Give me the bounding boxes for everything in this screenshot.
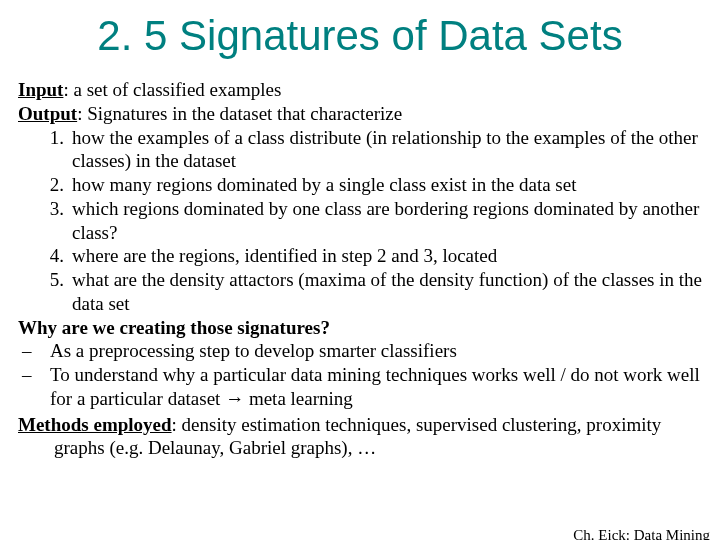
methods-label: Methods employed: [18, 414, 172, 435]
list-number: 2.: [18, 173, 72, 197]
list-item: 1. how the examples of a class distribut…: [18, 126, 702, 174]
input-label: Input: [18, 78, 63, 102]
list-text: how many regions dominated by a single c…: [72, 173, 702, 197]
output-line: Output : Signatures in the dataset that …: [18, 102, 702, 126]
list-number: 1.: [18, 126, 72, 174]
output-label: Output: [18, 102, 77, 126]
output-text: : Signatures in the dataset that charact…: [77, 102, 402, 126]
slide: 2. 5 Signatures of Data Sets Input : a s…: [0, 12, 720, 540]
arrow-icon: →: [225, 388, 244, 409]
why2-part-b: meta learning: [244, 388, 353, 409]
dash-list: – As a preprocessing step to develop sma…: [18, 339, 702, 410]
list-text: how the examples of a class distribute (…: [72, 126, 702, 174]
methods-line: Methods employed: density estimation tec…: [18, 413, 702, 461]
list-item: 5. what are the density attactors (maxim…: [18, 268, 702, 316]
list-text: what are the density attactors (maxima o…: [72, 268, 702, 316]
list-item: 3. which regions dominated by one class …: [18, 197, 702, 245]
list-text: As a preprocessing step to develop smart…: [50, 339, 702, 363]
numbered-list: 1. how the examples of a class distribut…: [18, 126, 702, 316]
list-number: 4.: [18, 244, 72, 268]
list-item: – To understand why a particular data mi…: [18, 363, 702, 411]
dash-bullet: –: [18, 339, 50, 363]
list-number: 5.: [18, 268, 72, 316]
list-text: which regions dominated by one class are…: [72, 197, 702, 245]
list-text: where are the regions, identified in ste…: [72, 244, 702, 268]
why2-part-a: To understand why a particular data mini…: [50, 364, 700, 409]
list-item: 4. where are the regions, identified in …: [18, 244, 702, 268]
why-heading: Why are we creating those signatures?: [18, 316, 702, 340]
dash-bullet: –: [18, 363, 50, 411]
input-line: Input : a set of classified examples: [18, 78, 702, 102]
list-text: To understand why a particular data mini…: [50, 363, 702, 411]
list-number: 3.: [18, 197, 72, 245]
input-text: : a set of classified examples: [63, 78, 281, 102]
slide-title: 2. 5 Signatures of Data Sets: [0, 12, 720, 60]
footer-text: Ch. Eick: Data Mining: [573, 527, 710, 540]
slide-content: Input : a set of classified examples Out…: [0, 78, 720, 460]
list-item: 2. how many regions dominated by a singl…: [18, 173, 702, 197]
list-item: – As a preprocessing step to develop sma…: [18, 339, 702, 363]
